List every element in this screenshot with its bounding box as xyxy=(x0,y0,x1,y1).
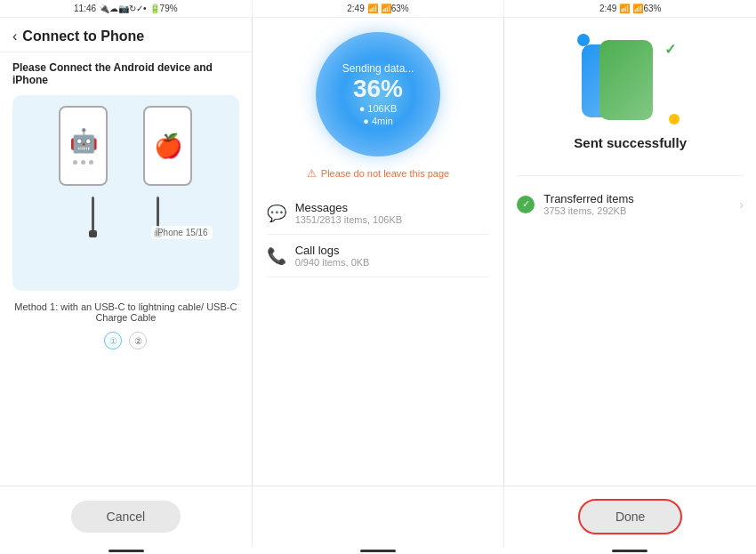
panel-connect: ‹ Connect to Phone Please Connect the An… xyxy=(0,18,253,486)
panel-success: ✓ Sent successfully ✓ Transferred items … xyxy=(504,18,756,486)
warning-text: Please do not leave this page xyxy=(321,168,449,179)
status-bar: 11:46 🔌☁📷↻✓• 🔋79% 2:49 📶 📶63% 2:49 📶 📶63… xyxy=(0,0,756,18)
messages-label: Messages xyxy=(295,201,402,214)
panel-sending: Sending data... 36% ● 106KB ● 4min ⚠ Ple… xyxy=(253,18,505,486)
icons-panel1: 🔌☁📷↻✓• xyxy=(99,4,147,13)
yellow-dot xyxy=(669,114,680,124)
time-left: ● 4min xyxy=(363,116,393,126)
panel2-content: Sending data... 36% ● 106KB ● 4min ⚠ Ple… xyxy=(253,18,504,486)
phone-icons-row: 🤖 🍎 xyxy=(59,106,192,186)
status-panel3: 2:49 📶 📶63% xyxy=(504,0,756,18)
progress-circle: Sending data... 36% ● 106KB ● 4min xyxy=(316,32,440,157)
calllogs-label: Call logs xyxy=(295,244,370,257)
panel1-header: ‹ Connect to Phone xyxy=(0,18,252,52)
apple-icon: 🍎 xyxy=(154,132,182,160)
calllogs-item: 📞 Call logs 0/940 items, 0KB xyxy=(267,235,490,277)
battery-panel3: 📶63% xyxy=(632,4,661,13)
transferred-check-icon: ✓ xyxy=(517,196,535,213)
home-bar-3 xyxy=(504,547,756,554)
phone-green xyxy=(599,40,653,120)
icons-panel3: 📶 xyxy=(619,4,630,13)
battery-panel1: 🔋79% xyxy=(149,4,178,13)
apple-icon-wrapper: 🍎 xyxy=(154,132,182,160)
sending-text: Sending data... xyxy=(342,62,414,75)
cable-area xyxy=(92,197,159,232)
home-bar-1 xyxy=(0,547,252,554)
page-dots: ① ② xyxy=(12,332,239,349)
time-panel2: 2:49 xyxy=(347,4,364,13)
percent-text: 36% xyxy=(353,75,403,103)
cancel-section: Cancel xyxy=(0,486,253,547)
warning-icon: ⚠ xyxy=(307,167,317,180)
iphone-label: iPhone 15/16 xyxy=(151,226,213,239)
iphone-frame: 🍎 xyxy=(143,106,192,186)
messages-info: Messages 1351/2813 items, 106KB xyxy=(295,201,402,225)
calllogs-info: Call logs 0/940 items, 0KB xyxy=(295,244,370,268)
status-panel2: 2:49 📶 📶63% xyxy=(253,0,505,18)
messages-item: 💬 Messages 1351/2813 items, 106KB xyxy=(267,192,490,235)
success-illustration: ✓ xyxy=(577,36,684,124)
warning-message: ⚠ Please do not leave this page xyxy=(307,167,449,180)
battery-panel2: 📶63% xyxy=(381,4,409,13)
transferred-label: Transferred items xyxy=(543,192,739,205)
data-info: ● 106KB ● 4min xyxy=(359,103,398,126)
cancel-button[interactable]: Cancel xyxy=(71,501,181,533)
connect-instruction: Please Connect the Android device and iP… xyxy=(12,61,239,86)
home-indicator xyxy=(0,547,756,554)
transferred-sub: 3753 items, 292KB xyxy=(543,205,739,216)
transferred-row[interactable]: ✓ Transferred items 3753 items, 292KB › xyxy=(517,183,744,225)
calllogs-icon: 📞 xyxy=(267,246,286,266)
panel2-empty-action xyxy=(253,486,505,547)
done-button[interactable]: Done xyxy=(578,499,682,534)
check-mark: ✓ xyxy=(664,41,676,58)
method-label: Method 1: with an USB-C to lightning cab… xyxy=(12,301,239,323)
data-items-list: 💬 Messages 1351/2813 items, 106KB 📞 Call… xyxy=(267,192,490,277)
panel3-content: ✓ Sent successfully ✓ Transferred items … xyxy=(504,18,756,486)
messages-sub: 1351/2813 items, 106KB xyxy=(295,214,402,225)
status-panel1: 11:46 🔌☁📷↻✓• 🔋79% xyxy=(0,0,253,18)
icons-panel2: 📶 xyxy=(367,4,378,13)
divider xyxy=(517,175,744,176)
page-dot-1[interactable]: ① xyxy=(104,332,122,349)
done-section: Done xyxy=(504,486,756,547)
calllogs-sub: 0/940 items, 0KB xyxy=(295,257,370,268)
transferred-info: Transferred items 3753 items, 292KB xyxy=(543,192,739,216)
action-bar: Cancel Done xyxy=(0,486,756,547)
page-dot-2[interactable]: ② xyxy=(129,332,147,349)
panel1-title: Connect to Phone xyxy=(22,28,144,44)
data-size: ● 106KB xyxy=(359,103,398,114)
dot1 xyxy=(73,160,77,165)
panels-container: ‹ Connect to Phone Please Connect the An… xyxy=(0,18,756,486)
android-icon: 🤖 xyxy=(69,127,98,155)
panel1-content: Please Connect the Android device and iP… xyxy=(0,52,252,486)
chevron-right-icon: › xyxy=(739,197,744,212)
android-nav-dots xyxy=(73,160,93,165)
messages-icon: 💬 xyxy=(267,204,286,223)
android-phone-frame: 🤖 xyxy=(59,106,108,186)
back-button[interactable]: ‹ xyxy=(12,28,17,44)
cable-left xyxy=(92,197,94,232)
android-icon-wrapper: 🤖 xyxy=(69,127,98,155)
home-bar-2 xyxy=(252,547,503,554)
phone-illustration: 🤖 🍎 xyxy=(12,95,239,291)
time-panel3: 2:49 xyxy=(599,4,616,13)
dot2 xyxy=(81,160,85,165)
success-title: Sent successfully xyxy=(574,135,687,150)
dot3 xyxy=(89,160,93,165)
time-panel1: 11:46 xyxy=(74,4,96,13)
check-circle: ✓ xyxy=(657,36,684,62)
